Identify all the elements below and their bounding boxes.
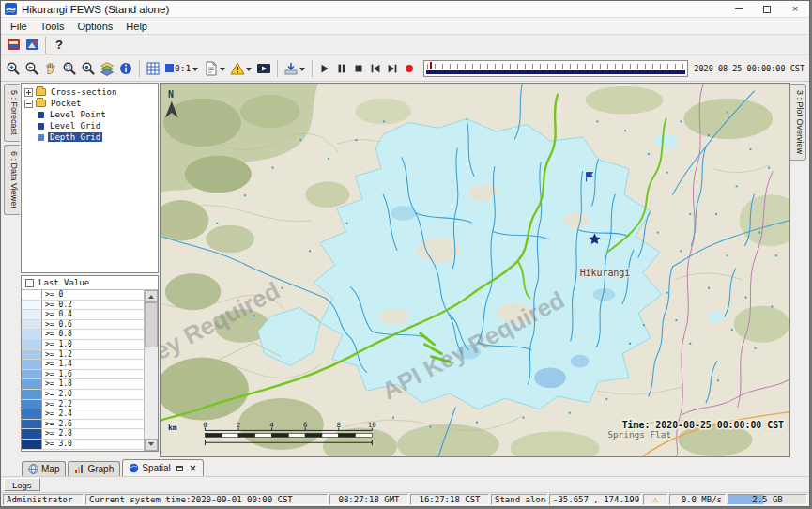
scroll-up-button[interactable]: [145, 290, 158, 302]
zoom-extent-button[interactable]: [79, 59, 98, 78]
time-slider-cursor[interactable]: [430, 62, 432, 69]
layers-icon: [100, 61, 115, 76]
pause-icon: [335, 62, 348, 75]
map-time-label: Time: 2020-08-25 00:00:00 CST: [622, 420, 784, 430]
maximize-button[interactable]: [753, 1, 781, 17]
zoom-out-button[interactable]: [23, 59, 41, 78]
help-button[interactable]: ?: [50, 36, 69, 54]
zoom-out-icon: [24, 61, 39, 76]
legend-swatch: [22, 379, 42, 389]
expand-plus-icon[interactable]: [24, 88, 33, 97]
tree-row-selected: Depth Grid: [22, 131, 158, 143]
tree-node-level-point[interactable]: Level Point: [48, 110, 108, 119]
step-forward-button[interactable]: [384, 59, 401, 78]
tree-row: Pocket: [22, 98, 158, 109]
collapse-minus-icon[interactable]: [24, 100, 33, 108]
legend-row: >= 2.8: [22, 429, 144, 440]
status-coordinates: -35.657 , 174.199: [549, 494, 641, 505]
display-document-button[interactable]: [202, 59, 228, 78]
legend-row: >= 0.4: [22, 310, 144, 320]
tab-forecast[interactable]: 5 : Forecast: [4, 84, 20, 142]
tree-node-pocket[interactable]: Pocket: [49, 99, 84, 108]
tree-node-cross-section[interactable]: Cross-section: [49, 87, 118, 97]
legend-swatch: [22, 330, 42, 339]
zoom-box-button[interactable]: [60, 59, 79, 78]
pan-button[interactable]: [41, 59, 60, 78]
panel-maximize-button[interactable]: [176, 464, 184, 472]
document-icon: [204, 61, 219, 76]
tab-spatial-label: Spatial: [142, 463, 171, 473]
timestep-selector[interactable]: 0:1: [162, 59, 202, 78]
tab-graph[interactable]: Graph: [68, 461, 120, 476]
legend-title: Last Value: [38, 278, 89, 287]
tree-node-level-grid[interactable]: Level Grid: [48, 121, 102, 131]
legend-swatch: [22, 290, 42, 300]
timestep-icon: [165, 64, 174, 72]
legend-swatch: [22, 400, 42, 409]
basemap-svg: Hikurangi Springs Flat API Key Required …: [161, 84, 789, 456]
sphere-icon: [129, 463, 139, 473]
legend-swatch: [22, 350, 42, 360]
last-value-checkbox[interactable]: [25, 279, 34, 287]
play-button[interactable]: [316, 59, 333, 78]
legend-scrollbar[interactable]: [145, 290, 158, 451]
status-gmt-time: 08:27:18 GMT: [329, 494, 408, 505]
zoom-in-button[interactable]: [4, 59, 23, 78]
forecast-dialog-button[interactable]: [23, 36, 41, 54]
map-viewport[interactable]: Hikurangi Springs Flat API Key Required …: [160, 83, 790, 457]
minimize-button[interactable]: [725, 1, 753, 17]
tab-data-viewer[interactable]: 6 : Data Viewer: [4, 145, 20, 215]
legend-label: >= 1.2: [42, 350, 72, 360]
step-back-button[interactable]: [367, 59, 384, 78]
toolbar-separator: [139, 60, 140, 77]
layer-bullet-icon: [38, 112, 44, 118]
right-tab-strip: 3 : Plot Overview: [790, 82, 809, 458]
menu-help[interactable]: Help: [119, 20, 154, 33]
legend-label: >= 1.6: [42, 370, 72, 379]
time-slider[interactable]: [423, 60, 688, 77]
movie-icon: [256, 61, 271, 76]
legend-swatch: [22, 370, 42, 379]
status-memory-gauge: 2.5 GB: [728, 494, 807, 505]
pause-button[interactable]: [333, 59, 350, 78]
close-button[interactable]: ×: [781, 1, 809, 17]
movie-player-button[interactable]: [254, 59, 273, 78]
left-panels: Cross-section Pocket Level Point Level G…: [20, 82, 160, 458]
menu-file[interactable]: File: [4, 20, 34, 33]
scrollbar-thumb[interactable]: [145, 302, 158, 347]
layers-button[interactable]: [98, 59, 116, 78]
grid-display-button[interactable]: [144, 59, 162, 78]
stop-button[interactable]: [350, 59, 367, 78]
info-button[interactable]: [116, 59, 135, 78]
chart-icon: [74, 464, 84, 474]
legend-label: >= 2.6: [42, 420, 72, 429]
tree-node-depth-grid[interactable]: Depth Grid: [48, 132, 102, 142]
chevron-down-icon: [192, 68, 198, 74]
status-log-warning[interactable]: ⚠: [643, 494, 667, 505]
tab-map[interactable]: Map: [22, 461, 66, 476]
main-toolbar: ?: [1, 35, 809, 55]
status-bar: Administrator Current system time:2020-0…: [1, 492, 809, 506]
explorer-button[interactable]: [4, 36, 23, 54]
main-area: 5 : Forecast 6 : Data Viewer Cross-secti…: [1, 82, 809, 458]
tab-plot-overview[interactable]: 3 : Plot Overview: [790, 84, 806, 161]
legend-label: >= 2.4: [42, 409, 72, 419]
scroll-down-button[interactable]: [145, 439, 158, 451]
status-mode: Stand alone: [491, 494, 547, 505]
tree-row: Level Grid: [22, 120, 158, 131]
tab-spatial[interactable]: Spatial: [122, 459, 204, 476]
legend-row: >= 1.8: [22, 379, 144, 390]
legend-label: >= 1.4: [42, 360, 72, 369]
menu-options[interactable]: Options: [70, 20, 119, 33]
panel-close-button[interactable]: [189, 464, 197, 472]
save-animation-button[interactable]: [282, 59, 308, 78]
thresholds-button[interactable]: [228, 59, 254, 78]
stop-icon: [352, 62, 365, 75]
record-button[interactable]: [401, 59, 418, 78]
logs-button[interactable]: Logs: [4, 478, 40, 491]
menu-tools[interactable]: Tools: [34, 20, 71, 33]
svg-text:N: N: [168, 89, 174, 100]
scrollbar-track[interactable]: [145, 302, 158, 439]
toolbar-separator: [45, 37, 46, 54]
maximize-icon: [763, 6, 771, 13]
